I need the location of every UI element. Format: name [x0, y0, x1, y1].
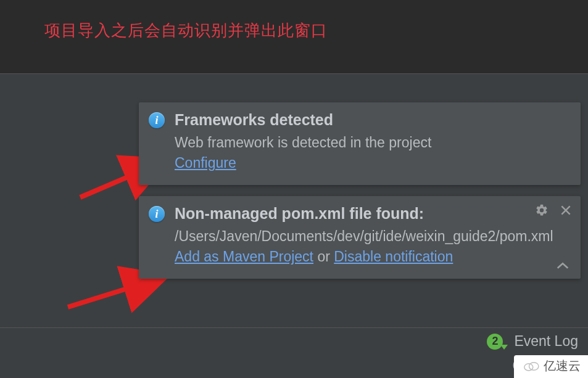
watermark-text: 亿速云 — [544, 358, 581, 374]
svg-line-1 — [68, 276, 167, 307]
dark-editor-area: 项目导入之后会自动识别并弹出此窗口 — [0, 0, 588, 74]
watermark: 亿速云 — [514, 355, 588, 378]
info-icon — [149, 112, 165, 128]
svg-point-3 — [529, 362, 539, 370]
or-separator: or — [313, 249, 334, 265]
notification-body: Web framework is detected in the project… — [175, 133, 556, 174]
gear-icon[interactable] — [535, 203, 549, 217]
notification-message: Web framework is detected in the project — [175, 134, 431, 150]
event-log-label: Event Log — [514, 333, 578, 350]
disable-notification-link[interactable]: Disable notification — [334, 249, 453, 265]
notification-title: Non-managed pom.xml file found: — [175, 205, 556, 223]
add-maven-link[interactable]: Add as Maven Project — [175, 249, 313, 265]
close-icon[interactable] — [560, 204, 572, 216]
file-path: /Users/Javen/Documents/dev/git/ide/weixi… — [175, 228, 553, 244]
annotation-text: 项目导入之后会自动识别并弹出此窗口 — [44, 20, 588, 41]
notification-body: /Users/Javen/Documents/dev/git/ide/weixi… — [175, 226, 556, 268]
chevron-up-icon[interactable] — [556, 261, 569, 273]
status-bar: 2 Event Log Git: master — [0, 327, 588, 378]
event-log-button[interactable]: 2 Event Log — [487, 333, 578, 350]
info-icon — [149, 206, 165, 222]
notification-pom-found: Non-managed pom.xml file found: /Users/J… — [139, 196, 581, 279]
speech-tail-icon — [500, 345, 508, 350]
configure-link[interactable]: Configure — [175, 155, 236, 171]
notification-title: Frameworks detected — [175, 111, 556, 129]
notification-frameworks-detected: Frameworks detected Web framework is det… — [139, 102, 581, 185]
